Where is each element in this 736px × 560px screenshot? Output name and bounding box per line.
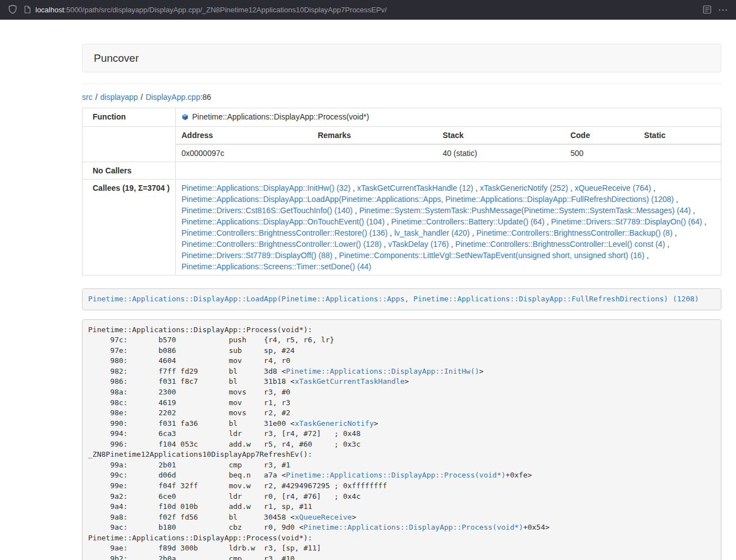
function-row: Function Pinetime::Applications::Display…	[83, 108, 721, 127]
callee-link[interactable]: Pinetime::Controllers::BrightnessControl…	[181, 240, 381, 249]
static-header: Static	[638, 127, 721, 144]
metrics-value-row: 0x0000097c 40 (static) 500	[176, 144, 721, 162]
callee-link[interactable]: Pinetime::Applications::DisplayApp::Init…	[181, 183, 350, 192]
overflow-menu-icon[interactable]: ⋯	[718, 5, 728, 15]
breadcrumb-separator: /	[95, 93, 98, 102]
page-icon	[24, 6, 31, 13]
function-cube-icon	[181, 112, 189, 123]
shield-icon[interactable]	[8, 4, 17, 15]
stack-header: Stack	[437, 127, 565, 144]
breadcrumb: src/displayapp/DisplayApp.cpp:86	[82, 91, 721, 103]
code-header: Code	[565, 127, 638, 144]
no-callers-row: No Callers	[83, 162, 721, 180]
callees-label: Callees (19, Σ=3704 )	[83, 180, 176, 276]
breadcrumb-displayapp[interactable]: displayapp	[100, 93, 138, 102]
callee-link[interactable]: Pinetime::Controllers::BrightnessControl…	[476, 228, 672, 237]
callee-link[interactable]: xTaskGetCurrentTaskHandle (12)	[357, 183, 473, 192]
callee-link[interactable]: xTaskGenericNotify (252)	[480, 183, 568, 192]
asm-symbol-link[interactable]: Pinetime::Applications::DisplayApp::Proc…	[304, 523, 523, 531]
breadcrumb-line-number: :86	[200, 93, 211, 102]
callee-link[interactable]: Pinetime::Controllers::BrightnessControl…	[455, 240, 665, 249]
callee-link[interactable]: Pinetime::Drivers::Cst816S::GetTouchInfo…	[181, 206, 353, 215]
callee-link[interactable]: Pinetime::Components::LittleVgl::SetNewT…	[339, 251, 644, 260]
callee-link[interactable]: vTaskDelay (176)	[388, 240, 449, 249]
url-path: :5000/path/src/displayapp/DisplayApp.cpp…	[64, 6, 387, 14]
remarks-value	[312, 144, 437, 162]
remarks-header: Remarks	[312, 127, 437, 144]
url-host: localhost	[35, 6, 64, 14]
code-value: 500	[565, 144, 638, 162]
static-value	[638, 144, 721, 162]
disassembly-pre: Pinetime::Applications::DisplayApp::Proc…	[82, 319, 721, 560]
url-bar[interactable]: localhost:5000/path/src/displayapp/Displ…	[24, 6, 696, 14]
highlighted-symbol-banner: Pinetime::Applications::DisplayApp::Load…	[82, 288, 721, 310]
metrics-table: Address Remarks Stack Code Static 0x0000…	[176, 127, 721, 162]
callee-link[interactable]: Pinetime::System::SystemTask::PushMessag…	[359, 206, 691, 215]
callee-link[interactable]: Pinetime::Controllers::BrightnessControl…	[181, 228, 387, 237]
metrics-label-spacer	[83, 127, 176, 162]
asm-symbol-link[interactable]: xQueueReceive	[295, 513, 352, 521]
address-header: Address	[176, 127, 312, 144]
breadcrumb-separator: /	[141, 93, 143, 102]
reader-mode-icon[interactable]	[703, 5, 711, 14]
metrics-row: Address Remarks Stack Code Static 0x0000…	[83, 127, 721, 162]
function-cell: Pinetime::Applications::DisplayApp::Proc…	[176, 108, 721, 127]
callees-list: Pinetime::Applications::DisplayApp::Init…	[176, 180, 721, 276]
metrics-cell: Address Remarks Stack Code Static 0x0000…	[176, 127, 721, 162]
callee-link[interactable]: Pinetime::Controllers::Battery::Update()…	[391, 217, 545, 226]
function-signature: Pinetime::Applications::DisplayApp::Proc…	[192, 112, 369, 121]
asm-symbol-link[interactable]: Pinetime::Applications::DisplayApp::Proc…	[286, 471, 505, 479]
asm-symbol-link[interactable]: Pinetime::Applications::DisplayApp::Init…	[286, 367, 479, 375]
breadcrumb-file[interactable]: DisplayApp.cpp	[145, 93, 200, 102]
callee-link[interactable]: Pinetime::Applications::Screens::Timer::…	[181, 262, 371, 271]
callee-link[interactable]: Pinetime::Drivers::St7789::DisplayOff() …	[181, 251, 332, 260]
function-label: Function	[83, 108, 176, 127]
page-container: Puncover src/displayapp/DisplayApp.cpp:8…	[82, 44, 721, 560]
no-callers-label: No Callers	[83, 162, 176, 180]
callee-link[interactable]: xQueueReceive (764)	[575, 183, 651, 192]
asm-symbol-link[interactable]: xTaskGetCurrentTaskHandle	[295, 377, 405, 385]
metrics-header-row: Address Remarks Stack Code Static	[176, 127, 721, 144]
symbol-table: Function Pinetime::Applications::Display…	[82, 108, 721, 276]
breadcrumb-src[interactable]: src	[82, 93, 93, 102]
page-title[interactable]: Puncover	[94, 52, 139, 65]
divider	[82, 84, 721, 84]
browser-chrome: localhost:5000/path/src/displayapp/Displ…	[0, 0, 736, 20]
callee-link[interactable]: Pinetime::Applications::DisplayApp::OnTo…	[181, 217, 385, 226]
url-text: localhost:5000/path/src/displayapp/Displ…	[35, 6, 387, 14]
address-value: 0x0000097c	[176, 144, 312, 162]
callee-link[interactable]: lv_task_handler (420)	[394, 228, 470, 237]
callee-link[interactable]: Pinetime::Applications::DisplayApp::Load…	[181, 195, 674, 204]
asm-symbol-link[interactable]: xTaskGenericNotify	[295, 419, 374, 428]
loadapp-symbol-link[interactable]: Pinetime::Applications::DisplayApp::Load…	[88, 295, 699, 303]
no-callers-cell	[176, 162, 721, 180]
callee-link[interactable]: Pinetime::Drivers::St7789::DisplayOn() (…	[551, 217, 702, 226]
stack-value: 40 (static)	[437, 144, 565, 162]
app-navbar: Puncover	[82, 44, 721, 72]
callees-row: Callees (19, Σ=3704 ) Pinetime::Applicat…	[83, 180, 721, 276]
